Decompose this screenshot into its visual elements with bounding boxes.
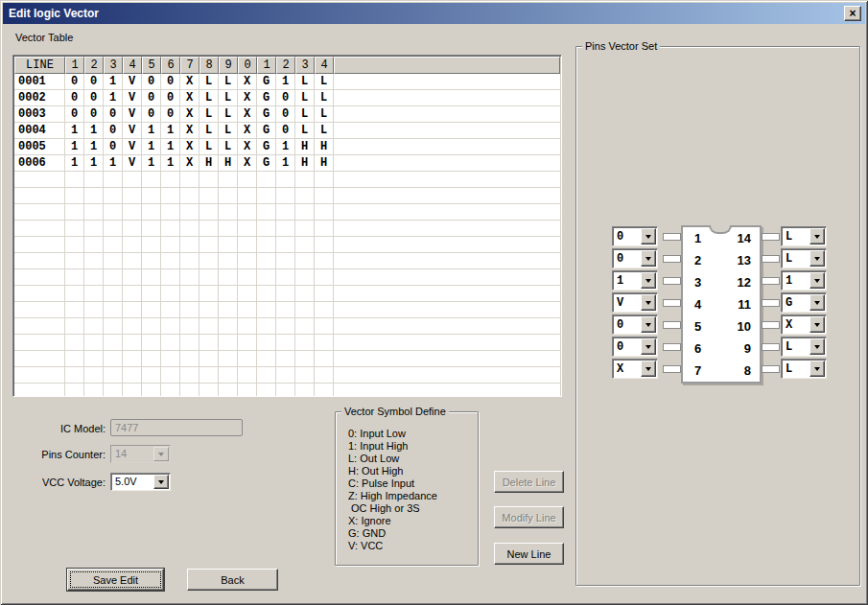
- value-cell: 1: [104, 155, 123, 172]
- pin-column-header-1[interactable]: 1: [65, 57, 84, 74]
- table-row-empty[interactable]: [14, 237, 560, 253]
- pin-column-header-4[interactable]: 4: [123, 57, 142, 74]
- pin-state-value: L: [782, 227, 809, 245]
- value-cell: [123, 302, 142, 318]
- pin-state-dropdown-button[interactable]: [641, 250, 656, 267]
- pin-state-dropdown-button[interactable]: [641, 228, 656, 244]
- value-cell: [161, 269, 180, 286]
- table-row[interactable]: 0005110V11XLLXG1HH: [14, 139, 560, 155]
- table-row-empty[interactable]: [14, 351, 560, 367]
- line-cell: [14, 286, 65, 302]
- pin-column-header-13[interactable]: 3: [295, 57, 315, 74]
- pin-lead: [762, 255, 780, 263]
- edit-logic-vector-dialog: Edit logic Vector × Vector Table LINE123…: [0, 0, 868, 605]
- vcc-voltage-combobox[interactable]: 5.0V: [110, 473, 171, 491]
- back-button[interactable]: Back: [187, 569, 278, 591]
- pin-state-dropdown-button[interactable]: [809, 250, 825, 267]
- line-column-header[interactable]: LINE: [14, 57, 65, 74]
- value-cell: X: [238, 155, 257, 172]
- new-line-button[interactable]: New Line: [494, 543, 564, 565]
- value-cell: [238, 253, 257, 269]
- pin-state-combobox-left-6[interactable]: X: [612, 359, 658, 379]
- table-row-empty[interactable]: [14, 384, 560, 397]
- pin-state-combobox-left-4[interactable]: 0: [612, 314, 658, 335]
- pin-state-dropdown-button[interactable]: [809, 228, 825, 244]
- vector-table-label: Vector Table: [15, 32, 73, 43]
- pin-column-header-9[interactable]: 9: [219, 57, 238, 74]
- vcc-voltage-value: 5.0V: [111, 474, 152, 490]
- pin-state-combobox-left-1[interactable]: 0: [612, 248, 658, 268]
- table-row-empty[interactable]: [14, 367, 560, 384]
- value-cell: [238, 269, 257, 286]
- pin-column-header-11[interactable]: 1: [257, 57, 276, 74]
- vcc-voltage-dropdown-button[interactable]: [153, 475, 169, 489]
- table-row-empty[interactable]: [14, 204, 560, 221]
- value-cell: [104, 253, 123, 269]
- vector-table-grid[interactable]: LINE12345678901234 0001001V00XLLXG1LL000…: [12, 55, 562, 397]
- table-row[interactable]: 0004110V11XLLXG0LL: [14, 123, 560, 139]
- pin-state-dropdown-button[interactable]: [809, 361, 825, 377]
- symbol-definition: G: GND: [348, 527, 474, 540]
- pin-column-header-14[interactable]: 4: [315, 57, 334, 74]
- pins-counter-dropdown-button[interactable]: [153, 447, 169, 461]
- table-row-empty[interactable]: [14, 188, 560, 204]
- pin-state-combobox-left-5[interactable]: 0: [612, 337, 658, 357]
- save-edit-button[interactable]: Save Edit: [67, 569, 164, 591]
- table-row-empty[interactable]: [14, 286, 560, 302]
- pin-column-header-10[interactable]: 0: [238, 57, 257, 74]
- table-row-empty[interactable]: [14, 335, 560, 351]
- pin-column-header-5[interactable]: 5: [142, 57, 161, 74]
- pin-state-dropdown-button[interactable]: [809, 272, 825, 289]
- value-cell: [238, 204, 257, 221]
- table-row-empty[interactable]: [14, 318, 560, 335]
- chip-notch-icon: [709, 225, 732, 234]
- table-row-empty[interactable]: [14, 253, 560, 269]
- pin-column-header-2[interactable]: 2: [84, 57, 104, 74]
- pin-column-header-12[interactable]: 2: [276, 57, 295, 74]
- pin-column-header-8[interactable]: 8: [199, 57, 219, 74]
- pin-column-header-7[interactable]: 7: [180, 57, 199, 74]
- pin-state-dropdown-button[interactable]: [809, 338, 825, 355]
- pin-state-combobox-right-2[interactable]: 1: [781, 270, 827, 291]
- pin-state-combobox-right-5[interactable]: L: [781, 337, 827, 357]
- pin-state-dropdown-button[interactable]: [641, 272, 656, 289]
- table-body: 0001001V00XLLXG1LL0002001V00XLLXG0LL0003…: [14, 74, 560, 397]
- pin-state-combobox-right-6[interactable]: L: [781, 359, 827, 379]
- pin-state-dropdown-button[interactable]: [641, 316, 656, 333]
- table-row[interactable]: 0003000V00XLLXG0LL: [14, 106, 560, 123]
- pin-state-combobox-right-4[interactable]: X: [781, 314, 827, 335]
- pin-state-combobox-left-3[interactable]: V: [612, 292, 658, 313]
- filler-column-header[interactable]: [334, 57, 560, 74]
- pin-state-dropdown-button[interactable]: [641, 338, 656, 355]
- table-row[interactable]: 0001001V00XLLXG1LL: [14, 74, 560, 90]
- delete-line-button[interactable]: Delete Line: [494, 471, 564, 493]
- value-cell: [295, 237, 315, 253]
- pin-lead: [663, 277, 681, 285]
- pin-column-header-3[interactable]: 3: [104, 57, 123, 74]
- value-cell: 1: [276, 155, 295, 172]
- modify-line-button[interactable]: Modify Line: [494, 506, 564, 528]
- pin-state-combobox-right-1[interactable]: L: [781, 248, 827, 268]
- pin-state-dropdown-button[interactable]: [641, 294, 656, 311]
- table-row-empty[interactable]: [14, 302, 560, 318]
- pin-state-combobox-right-0[interactable]: L: [781, 226, 827, 246]
- table-row[interactable]: 0006111V11XHHXG1HH: [14, 155, 560, 172]
- ic-model-field[interactable]: 7477: [110, 419, 243, 436]
- table-row-empty[interactable]: [14, 269, 560, 286]
- pin-state-dropdown-button[interactable]: [809, 316, 825, 333]
- pin-state-dropdown-button[interactable]: [809, 294, 825, 311]
- pin-column-header-6[interactable]: 6: [161, 57, 180, 74]
- table-row[interactable]: 0002001V00XLLXG0LL: [14, 90, 560, 106]
- close-button[interactable]: ×: [844, 6, 861, 21]
- table-row-empty[interactable]: [14, 221, 560, 237]
- pin-state-combobox-right-3[interactable]: G: [781, 292, 827, 313]
- value-cell: [142, 384, 161, 397]
- value-cell: [295, 221, 315, 237]
- table-row-empty[interactable]: [14, 172, 560, 188]
- pin-state-combobox-left-0[interactable]: 0: [612, 226, 658, 246]
- pin-state-combobox-left-2[interactable]: 1: [612, 270, 658, 291]
- value-cell: [123, 221, 142, 237]
- titlebar[interactable]: Edit logic Vector ×: [3, 3, 865, 24]
- pins-counter-combobox[interactable]: 14: [110, 445, 171, 463]
- pin-state-dropdown-button[interactable]: [641, 361, 656, 377]
